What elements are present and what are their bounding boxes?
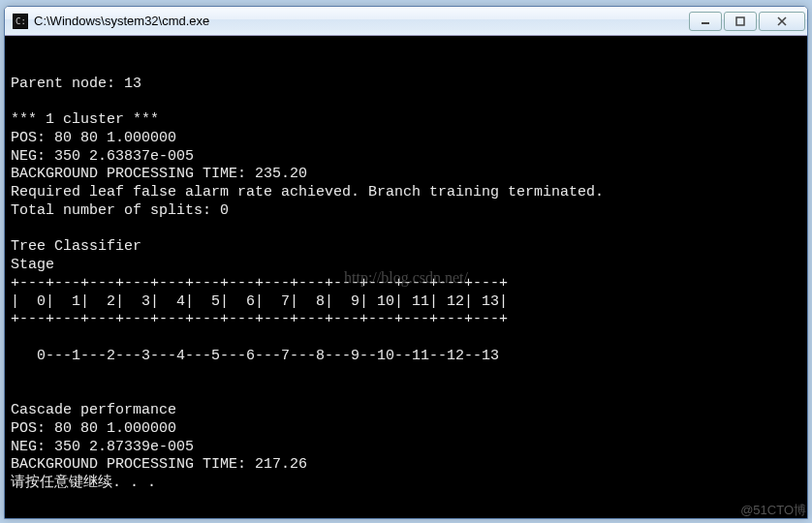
cmd-icon: C: — [13, 14, 28, 29]
console-text: Parent node: 13 *** 1 cluster *** POS: 8… — [11, 76, 604, 492]
svg-rect-4 — [736, 17, 744, 25]
close-button[interactable] — [759, 12, 805, 31]
svg-text:C:: C: — [16, 16, 26, 26]
minimize-button[interactable] — [689, 12, 722, 31]
window-title: C:\Windows\system32\cmd.exe — [34, 14, 687, 28]
cmd-window: C: C:\Windows\system32\cmd.exe Parent no… — [4, 6, 808, 519]
console-output[interactable]: Parent node: 13 *** 1 cluster *** POS: 8… — [5, 36, 807, 518]
maximize-button[interactable] — [724, 12, 757, 31]
window-controls — [687, 12, 805, 31]
titlebar[interactable]: C: C:\Windows\system32\cmd.exe — [5, 7, 807, 36]
